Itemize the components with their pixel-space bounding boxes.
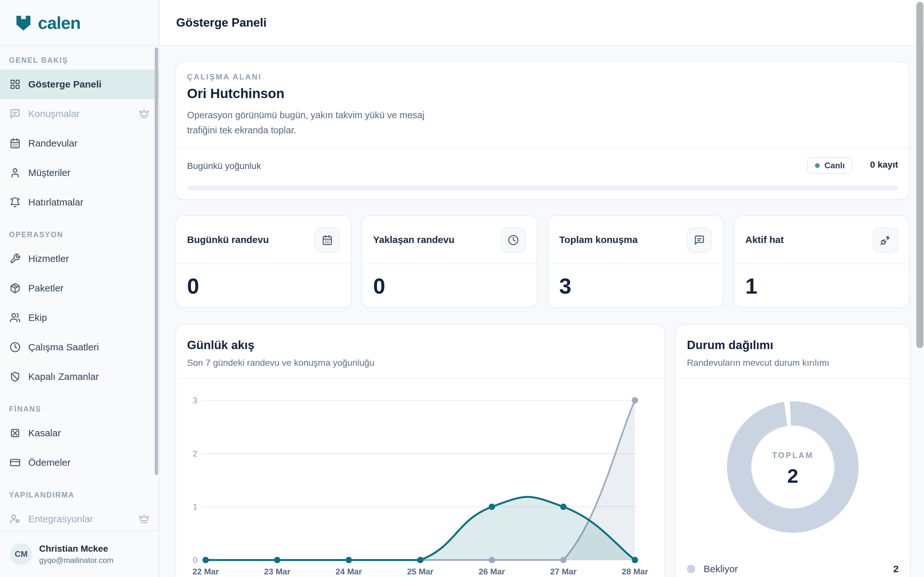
sidebar-item-label: Çalışma Saatleri [28,342,99,353]
top-bar: Gösterge Paneli [160,0,924,46]
layout-grid-icon [10,79,21,90]
divider [548,263,723,264]
user-email: gyqo@mailinator.com [39,556,113,565]
busy-progress-bar [187,185,898,190]
shield-slash-icon [10,371,21,382]
daily-flow-chart: 012322 Mar23 Mar24 Mar25 Mar26 Mar27 Mar… [176,325,664,577]
divider [176,263,351,264]
svg-text:1: 1 [193,502,197,511]
live-dot-icon [815,163,820,168]
main-content: ÇALIŞMA ALANI Ori Hutchinson Operasyon g… [160,47,924,577]
donut-center: TOPLAM 2 [745,451,841,487]
sidebar-item-kasalar[interactable]: Kasalar [0,418,159,448]
page-scrollbar[interactable] [916,2,923,348]
stat-label: Bugünkü randevu [187,216,269,263]
workspace-eyebrow: ÇALIŞMA ALANI [187,73,262,81]
divider [176,148,909,149]
sidebar-item-label: Entegrasyonlar [28,514,93,524]
message-square-icon [687,227,712,253]
sidebar-item-label: Konuşmalar [28,108,79,119]
svg-text:25 Mar: 25 Mar [407,567,433,576]
svg-text:3: 3 [193,396,197,405]
sidebar-item-entegrasyonlar[interactable]: Entegrasyonlar [0,504,159,534]
sidebar-item-label: Ödemeler [28,457,71,468]
divider [734,263,909,264]
status-distribution-card: Durum dağılımı Randevuların mevcut durum… [675,324,910,577]
wrench-icon [10,253,21,264]
stat-label: Aktif hat [745,216,784,263]
avatar: CM [10,543,32,565]
svg-text:27 Mar: 27 Mar [550,567,577,576]
crown-icon [139,514,149,524]
sidebar-scrollbar[interactable] [155,47,158,475]
sidebar-item-gösterge-paneli[interactable]: Gösterge Paneli [0,69,159,99]
sidebar-item-label: Kapalı Zamanlar [28,371,99,382]
svg-text:24 Mar: 24 Mar [336,567,362,576]
sidebar-item-randevular[interactable]: Randevular [0,129,159,158]
workspace-name: Ori Hutchinson [187,86,284,101]
sidebar-item-label: Kasalar [28,428,61,438]
sidebar: calen GENEL BAKIŞGösterge PaneliKonuşmal… [0,0,160,577]
sidebar-item-konuşmalar[interactable]: Konuşmalar [0,99,159,129]
sidebar-item-paketler[interactable]: Paketler [0,274,159,303]
sidebar-item-müşteriler[interactable]: Müşteriler [0,158,159,187]
legend-dot-icon [687,565,695,573]
live-status-badge: Canlı [807,157,853,174]
sidebar-item-label: Ekip [28,312,47,323]
sidebar-item-label: Gösterge Paneli [28,79,102,90]
svg-text:22 Mar: 22 Mar [192,567,219,576]
svg-text:2: 2 [193,449,197,458]
sidebar-item-label: Hatırlatmalar [28,197,83,208]
sidebar-item-hatırlatmalar[interactable]: Hatırlatmalar [0,187,159,217]
logo[interactable]: calen [0,0,159,46]
svg-text:28 Mar: 28 Mar [622,567,648,576]
stat-value: 1 [745,271,758,301]
page-title: Gösterge Paneli [176,16,267,29]
sidebar-item-label: Hizmetler [28,253,69,264]
stat-card-1: Bugünkü randevu0 [176,215,351,308]
stat-label: Toplam konuşma [559,216,638,263]
stat-label: Yaklaşan randevu [373,216,454,263]
logo-shield-icon [14,13,33,33]
legend-item-bekliyor: Bekliyor2 [687,562,899,576]
users-icon [10,312,21,323]
sidebar-item-hizmetler[interactable]: Hizmetler [0,244,159,274]
sidebar-item-label: Paketler [28,283,63,293]
calendar-icon [10,138,21,149]
user-cog-icon [10,514,21,524]
app-root: calen GENEL BAKIŞGösterge PaneliKonuşmal… [0,0,924,577]
package-icon [10,283,21,293]
daily-flow-card: Günlük akış Son 7 gündeki randevu ve kon… [176,324,665,577]
user-profile[interactable]: CM Christian Mckee gyqo@mailinator.com [0,530,159,577]
sidebar-section-label: YAPILANDIRMA [0,486,159,504]
svg-text:0: 0 [193,556,197,564]
stat-card-4: Aktif hat1 [734,215,909,308]
svg-text:23 Mar: 23 Mar [264,567,290,576]
logo-text: calen [38,13,81,33]
user-icon [10,167,21,178]
bell-icon [10,197,21,208]
divider [362,263,537,264]
crown-icon [139,109,149,119]
credit-card-icon [10,457,21,468]
vault-icon [10,428,21,438]
sidebar-section-label: FİNANS [0,400,159,418]
stat-card-3: Toplam konuşma3 [548,215,724,308]
sidebar-item-ekip[interactable]: Ekip [0,303,159,332]
svg-text:26 Mar: 26 Mar [479,567,505,576]
sidebar-item-çalışma-saatleri[interactable]: Çalışma Saatleri [0,332,159,362]
sidebar-item-ödemeler[interactable]: Ödemeler [0,448,159,477]
record-count: 0 kayıt [870,160,898,170]
user-name: Christian Mckee [39,544,113,554]
stat-card-2: Yaklaşan randevu0 [362,215,537,308]
stat-value: 0 [373,271,385,301]
sidebar-item-kapalı-zamanlar[interactable]: Kapalı Zamanlar [0,362,159,392]
legend-value: 2 [893,564,899,574]
clock-icon [10,342,21,353]
sidebar-item-label: Müşteriler [28,167,71,178]
sidebar-nav: GENEL BAKIŞGösterge PaneliKonuşmalarRand… [0,47,159,534]
plug-zap-icon [873,227,898,253]
clock-icon [501,227,526,253]
workspace-description: Operasyon görünümü bugün, yakın takvim y… [187,108,441,138]
sidebar-item-label: Randevular [28,138,78,149]
